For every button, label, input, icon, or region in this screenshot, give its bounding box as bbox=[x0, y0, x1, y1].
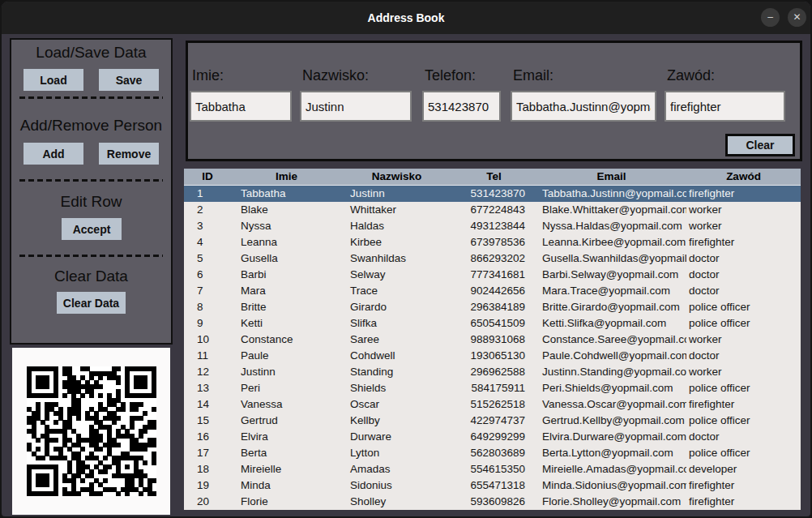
table-row[interactable]: 12JustinnStanding296962588Justinn.Standi… bbox=[184, 364, 801, 380]
table-cell-nazwisko: Oscar bbox=[342, 396, 451, 413]
titlebar[interactable]: Address Book – ✕ bbox=[2, 2, 810, 34]
imie-input[interactable] bbox=[190, 91, 292, 122]
table-cell-id: 18 bbox=[184, 461, 231, 477]
table-cell-tel: 673978536 bbox=[451, 234, 536, 250]
table-row[interactable]: 7MaraTrace902442656Mara.Trace@yopmail.co… bbox=[184, 283, 801, 299]
save-button[interactable]: Save bbox=[99, 69, 159, 91]
table-row[interactable]: 14VanessaOscar515262518Vanessa.Oscar@yop… bbox=[184, 396, 801, 413]
table-cell-nazwisko: Shields bbox=[342, 380, 451, 396]
table-cell-tel: 493123844 bbox=[451, 218, 536, 234]
close-icon: ✕ bbox=[793, 11, 801, 23]
table-row[interactable]: 5GusellaSwanhildas866293202Gusella.Swanh… bbox=[184, 250, 801, 267]
column-header-email[interactable]: Email bbox=[536, 169, 686, 185]
table-cell-nazwisko: Trace bbox=[342, 283, 451, 299]
table-row[interactable]: 3NyssaHaldas493123844Nyssa.Haldas@yopmai… bbox=[184, 218, 801, 234]
minimize-button[interactable]: – bbox=[761, 8, 780, 27]
dashed-separator bbox=[19, 179, 163, 182]
table-row[interactable]: 19MindaSidonius655471318Minda.Sidonius@y… bbox=[184, 477, 801, 494]
table-cell-zawod: worker bbox=[686, 202, 801, 218]
table-cell-id: 5 bbox=[184, 250, 231, 267]
accept-button[interactable]: Accept bbox=[62, 218, 122, 240]
table-row[interactable]: 16ElviraDurware649299299Elvira.Durware@y… bbox=[184, 429, 801, 445]
table-row[interactable]: 13PeriShields584175911Peri.Shields@yopma… bbox=[184, 380, 801, 396]
table-row[interactable]: 1TabbathaJustinn531423870Tabbatha.Justin… bbox=[184, 186, 801, 202]
table-cell-email: Constance.Saree@yopmail.com bbox=[536, 332, 686, 348]
column-header-zawod[interactable]: Zawód bbox=[686, 169, 801, 185]
table-cell-email: Peri.Shields@yopmail.com bbox=[536, 380, 686, 396]
table-cell-zawod: doctor bbox=[686, 283, 801, 299]
remove-button[interactable]: Remove bbox=[99, 143, 159, 165]
add-remove-heading: Add/Remove Person bbox=[11, 117, 171, 135]
field-email: Email: bbox=[511, 67, 656, 122]
table-cell-tel: 531423870 bbox=[451, 186, 536, 202]
table-cell-id: 13 bbox=[184, 380, 231, 396]
table-cell-id: 6 bbox=[184, 267, 231, 283]
table-cell-id: 4 bbox=[184, 234, 231, 250]
table-cell-id: 20 bbox=[184, 494, 231, 510]
column-header-id[interactable]: ID bbox=[184, 169, 231, 185]
table-cell-nazwisko: Lytton bbox=[342, 445, 451, 461]
table-cell-email: Minda.Sidonius@yopmail.com bbox=[536, 477, 686, 494]
table-cell-tel: 866293202 bbox=[451, 250, 536, 267]
table-cell-email: Vanessa.Oscar@yopmail.com bbox=[536, 396, 686, 413]
table-cell-imie: Vanessa bbox=[231, 396, 342, 413]
table-cell-nazwisko: Justinn bbox=[342, 186, 451, 202]
table-cell-nazwisko: Sidonius bbox=[342, 477, 451, 494]
close-button[interactable]: ✕ bbox=[788, 8, 806, 27]
table-cell-tel: 515262518 bbox=[451, 396, 536, 413]
table-cell-tel: 584175911 bbox=[451, 380, 536, 396]
table-cell-tel: 562803689 bbox=[451, 445, 536, 461]
table-cell-id: 16 bbox=[184, 429, 231, 445]
table-row[interactable]: 2BlakeWhittaker677224843Blake.Whittaker@… bbox=[184, 202, 801, 218]
table-cell-id: 8 bbox=[184, 299, 231, 315]
column-header-nazwisko[interactable]: Nazwisko bbox=[342, 169, 451, 185]
table-row[interactable]: 17BertaLytton562803689Berta.Lytton@yopma… bbox=[184, 445, 801, 461]
telefon-label: Telefon: bbox=[425, 67, 501, 84]
table-cell-imie: Blake bbox=[231, 202, 342, 218]
clear-form-button[interactable]: Clear bbox=[725, 134, 795, 156]
table-cell-nazwisko: Slifka bbox=[342, 315, 451, 332]
email-label: Email: bbox=[513, 67, 656, 84]
add-button[interactable]: Add bbox=[24, 143, 83, 165]
table-cell-tel: 296384189 bbox=[451, 299, 536, 315]
column-header-imie[interactable]: Imie bbox=[231, 169, 342, 185]
load-button[interactable]: Load bbox=[24, 69, 83, 91]
zawod-label: Zawód: bbox=[667, 67, 785, 84]
table-row[interactable]: 8BritteGirardo296384189Britte.Girardo@yo… bbox=[184, 299, 801, 315]
zawod-input[interactable] bbox=[665, 91, 785, 122]
nazwisko-input[interactable] bbox=[300, 91, 412, 122]
table-cell-email: Mara.Trace@yopmail.com bbox=[536, 283, 686, 299]
table-cell-email: Gertrud.Kellby@yopmail.com bbox=[536, 413, 686, 429]
column-header-tel[interactable]: Tel bbox=[451, 169, 536, 185]
table-cell-nazwisko: Standing bbox=[342, 364, 451, 380]
table-cell-nazwisko: Kirbee bbox=[342, 234, 451, 250]
table-cell-email: Paule.Cohdwell@yopmail.com bbox=[536, 348, 686, 364]
table-cell-zawod: doctor bbox=[686, 250, 801, 267]
table-cell-imie: Justinn bbox=[231, 364, 342, 380]
table-row[interactable]: 6BarbiSelway777341681Barbi.Selway@yopmai… bbox=[184, 267, 801, 283]
table-row[interactable]: 18MireielleAmadas554615350Mireielle.Amad… bbox=[184, 461, 801, 477]
table-row[interactable]: 20FlorieSholley593609826Florie.Sholley@y… bbox=[184, 494, 801, 510]
table-cell-email: Britte.Girardo@yopmail.com bbox=[536, 299, 686, 315]
table-row[interactable]: 10ConstanceSaree988931068Constance.Saree… bbox=[184, 332, 801, 348]
table-cell-tel: 193065130 bbox=[451, 348, 536, 364]
table-cell-email: Barbi.Selway@yopmail.com bbox=[536, 267, 686, 283]
table-cell-email: Justinn.Standing@yopmail.com bbox=[536, 364, 686, 380]
clear-data-button[interactable]: Clear Data bbox=[57, 292, 126, 314]
minimize-icon: – bbox=[767, 11, 773, 23]
table-row[interactable]: 15GertrudKellby422974737Gertrud.Kellby@y… bbox=[184, 413, 801, 429]
table-cell-imie: Leanna bbox=[231, 234, 342, 250]
table-cell-tel: 554615350 bbox=[451, 461, 536, 477]
email-input[interactable] bbox=[511, 91, 656, 122]
table-cell-id: 7 bbox=[184, 283, 231, 299]
table-cell-id: 9 bbox=[184, 315, 231, 332]
table-row[interactable]: 9KettiSlifka650541509Ketti.Slifka@yopmai… bbox=[184, 315, 801, 332]
table-row[interactable]: 4LeannaKirbee673978536Leanna.Kirbee@yopm… bbox=[184, 234, 801, 250]
table-cell-id: 10 bbox=[184, 332, 231, 348]
table-row[interactable]: 11PauleCohdwell193065130Paule.Cohdwell@y… bbox=[184, 348, 801, 364]
table-body: 1TabbathaJustinn531423870Tabbatha.Justin… bbox=[184, 186, 801, 510]
table-cell-zawod: police officer bbox=[686, 445, 801, 461]
table-cell-id: 12 bbox=[184, 364, 231, 380]
telefon-input[interactable] bbox=[422, 91, 501, 122]
table-cell-zawod: firefighter bbox=[686, 396, 801, 413]
